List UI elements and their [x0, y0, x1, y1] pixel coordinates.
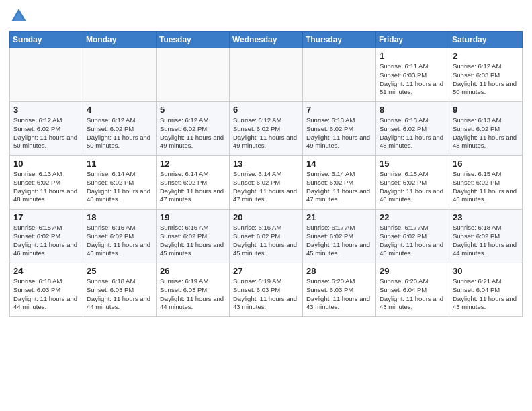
day-info: Sunrise: 6:14 AM Sunset: 6:02 PM Dayligh… — [87, 170, 152, 204]
day-info: Sunrise: 6:19 AM Sunset: 6:03 PM Dayligh… — [233, 277, 299, 312]
day-info: Sunrise: 6:18 AM Sunset: 6:03 PM Dayligh… — [87, 277, 152, 312]
day-info: Sunrise: 6:13 AM Sunset: 6:02 PM Dayligh… — [380, 116, 445, 150]
day-info: Sunrise: 6:13 AM Sunset: 6:02 PM Dayligh… — [453, 116, 519, 150]
day-info: Sunrise: 6:14 AM Sunset: 6:02 PM Dayligh… — [160, 170, 226, 204]
day-number: 5 — [160, 105, 226, 115]
day-number: 18 — [87, 212, 152, 222]
day-info: Sunrise: 6:14 AM Sunset: 6:02 PM Dayligh… — [306, 170, 372, 204]
day-cell-10: 10Sunrise: 6:13 AM Sunset: 6:02 PM Dayli… — [10, 156, 83, 210]
day-info: Sunrise: 6:18 AM Sunset: 6:03 PM Dayligh… — [13, 277, 79, 312]
day-number: 26 — [160, 266, 226, 276]
empty-cell — [157, 48, 230, 102]
day-info: Sunrise: 6:21 AM Sunset: 6:04 PM Dayligh… — [453, 277, 519, 312]
logo — [9, 7, 31, 26]
day-cell-13: 13Sunrise: 6:14 AM Sunset: 6:02 PM Dayli… — [230, 156, 303, 210]
day-number: 2 — [453, 51, 519, 61]
day-cell-4: 4Sunrise: 6:12 AM Sunset: 6:02 PM Daylig… — [83, 102, 157, 156]
day-info: Sunrise: 6:11 AM Sunset: 6:03 PM Dayligh… — [380, 62, 445, 97]
day-number: 1 — [380, 51, 445, 61]
day-number: 22 — [380, 212, 445, 222]
empty-cell — [10, 48, 83, 102]
day-info: Sunrise: 6:13 AM Sunset: 6:02 PM Dayligh… — [306, 116, 372, 150]
day-header-friday: Friday — [376, 32, 449, 48]
day-header-wednesday: Wednesday — [230, 32, 303, 48]
day-cell-6: 6Sunrise: 6:12 AM Sunset: 6:02 PM Daylig… — [230, 102, 303, 156]
day-info: Sunrise: 6:16 AM Sunset: 6:02 PM Dayligh… — [87, 224, 152, 258]
day-info: Sunrise: 6:16 AM Sunset: 6:02 PM Dayligh… — [233, 224, 299, 258]
day-info: Sunrise: 6:18 AM Sunset: 6:02 PM Dayligh… — [453, 224, 519, 258]
day-cell-18: 18Sunrise: 6:16 AM Sunset: 6:02 PM Dayli… — [83, 210, 157, 263]
day-number: 13 — [233, 158, 299, 169]
day-cell-27: 27Sunrise: 6:19 AM Sunset: 6:03 PM Dayli… — [230, 263, 303, 317]
week-row-0: 1Sunrise: 6:11 AM Sunset: 6:03 PM Daylig… — [10, 48, 523, 102]
day-info: Sunrise: 6:20 AM Sunset: 6:04 PM Dayligh… — [380, 277, 445, 312]
day-info: Sunrise: 6:15 AM Sunset: 6:02 PM Dayligh… — [453, 170, 519, 204]
day-cell-9: 9Sunrise: 6:13 AM Sunset: 6:02 PM Daylig… — [449, 102, 523, 156]
day-cell-29: 29Sunrise: 6:20 AM Sunset: 6:04 PM Dayli… — [376, 263, 449, 317]
week-row-3: 17Sunrise: 6:15 AM Sunset: 6:02 PM Dayli… — [10, 210, 523, 263]
day-number: 9 — [453, 105, 519, 115]
day-info: Sunrise: 6:19 AM Sunset: 6:03 PM Dayligh… — [160, 277, 226, 312]
day-info: Sunrise: 6:13 AM Sunset: 6:02 PM Dayligh… — [13, 170, 79, 204]
day-header-monday: Monday — [83, 32, 157, 48]
day-info: Sunrise: 6:20 AM Sunset: 6:03 PM Dayligh… — [306, 277, 372, 312]
day-number: 11 — [87, 158, 152, 169]
day-number: 7 — [306, 105, 372, 115]
day-header-sunday: Sunday — [10, 32, 83, 48]
header-row: SundayMondayTuesdayWednesdayThursdayFrid… — [10, 32, 523, 48]
day-info: Sunrise: 6:12 AM Sunset: 6:02 PM Dayligh… — [13, 116, 79, 150]
day-number: 4 — [87, 105, 152, 115]
day-number: 27 — [233, 266, 299, 276]
day-info: Sunrise: 6:16 AM Sunset: 6:02 PM Dayligh… — [160, 224, 226, 258]
day-header-tuesday: Tuesday — [157, 32, 230, 48]
day-number: 21 — [306, 212, 372, 222]
day-cell-16: 16Sunrise: 6:15 AM Sunset: 6:02 PM Dayli… — [449, 156, 523, 210]
day-cell-28: 28Sunrise: 6:20 AM Sunset: 6:03 PM Dayli… — [303, 263, 376, 317]
day-header-saturday: Saturday — [449, 32, 523, 48]
day-cell-3: 3Sunrise: 6:12 AM Sunset: 6:02 PM Daylig… — [10, 102, 83, 156]
calendar: SundayMondayTuesdayWednesdayThursdayFrid… — [9, 31, 523, 317]
day-number: 3 — [13, 105, 79, 115]
day-cell-12: 12Sunrise: 6:14 AM Sunset: 6:02 PM Dayli… — [157, 156, 230, 210]
week-row-1: 3Sunrise: 6:12 AM Sunset: 6:02 PM Daylig… — [10, 102, 523, 156]
day-cell-25: 25Sunrise: 6:18 AM Sunset: 6:03 PM Dayli… — [83, 263, 157, 317]
day-number: 23 — [453, 212, 519, 222]
day-number: 19 — [160, 212, 226, 222]
week-row-2: 10Sunrise: 6:13 AM Sunset: 6:02 PM Dayli… — [10, 156, 523, 210]
day-number: 30 — [453, 266, 519, 276]
day-cell-23: 23Sunrise: 6:18 AM Sunset: 6:02 PM Dayli… — [449, 210, 523, 263]
day-info: Sunrise: 6:17 AM Sunset: 6:02 PM Dayligh… — [380, 224, 445, 258]
logo-icon — [9, 7, 28, 26]
calendar-header: SundayMondayTuesdayWednesdayThursdayFrid… — [10, 32, 523, 48]
day-cell-21: 21Sunrise: 6:17 AM Sunset: 6:02 PM Dayli… — [303, 210, 376, 263]
day-cell-22: 22Sunrise: 6:17 AM Sunset: 6:02 PM Dayli… — [376, 210, 449, 263]
day-cell-24: 24Sunrise: 6:18 AM Sunset: 6:03 PM Dayli… — [10, 263, 83, 317]
day-cell-30: 30Sunrise: 6:21 AM Sunset: 6:04 PM Dayli… — [449, 263, 523, 317]
day-number: 24 — [13, 266, 79, 276]
day-cell-26: 26Sunrise: 6:19 AM Sunset: 6:03 PM Dayli… — [157, 263, 230, 317]
day-number: 15 — [380, 158, 445, 169]
day-cell-14: 14Sunrise: 6:14 AM Sunset: 6:02 PM Dayli… — [303, 156, 376, 210]
day-header-thursday: Thursday — [303, 32, 376, 48]
empty-cell — [83, 48, 157, 102]
day-number: 28 — [306, 266, 372, 276]
day-number: 20 — [233, 212, 299, 222]
day-cell-7: 7Sunrise: 6:13 AM Sunset: 6:02 PM Daylig… — [303, 102, 376, 156]
day-number: 10 — [13, 158, 79, 169]
header — [9, 7, 523, 26]
day-info: Sunrise: 6:14 AM Sunset: 6:02 PM Dayligh… — [233, 170, 299, 204]
calendar-body: 1Sunrise: 6:11 AM Sunset: 6:03 PM Daylig… — [10, 48, 523, 317]
day-cell-8: 8Sunrise: 6:13 AM Sunset: 6:02 PM Daylig… — [376, 102, 449, 156]
day-info: Sunrise: 6:12 AM Sunset: 6:02 PM Dayligh… — [160, 116, 226, 150]
day-info: Sunrise: 6:12 AM Sunset: 6:03 PM Dayligh… — [453, 62, 519, 97]
day-cell-2: 2Sunrise: 6:12 AM Sunset: 6:03 PM Daylig… — [449, 48, 523, 102]
page: SundayMondayTuesdayWednesdayThursdayFrid… — [0, 0, 532, 411]
day-number: 6 — [233, 105, 299, 115]
day-cell-5: 5Sunrise: 6:12 AM Sunset: 6:02 PM Daylig… — [157, 102, 230, 156]
day-cell-15: 15Sunrise: 6:15 AM Sunset: 6:02 PM Dayli… — [376, 156, 449, 210]
day-number: 16 — [453, 158, 519, 169]
day-info: Sunrise: 6:15 AM Sunset: 6:02 PM Dayligh… — [380, 170, 445, 204]
day-info: Sunrise: 6:15 AM Sunset: 6:02 PM Dayligh… — [13, 224, 79, 258]
day-cell-20: 20Sunrise: 6:16 AM Sunset: 6:02 PM Dayli… — [230, 210, 303, 263]
day-cell-11: 11Sunrise: 6:14 AM Sunset: 6:02 PM Dayli… — [83, 156, 157, 210]
